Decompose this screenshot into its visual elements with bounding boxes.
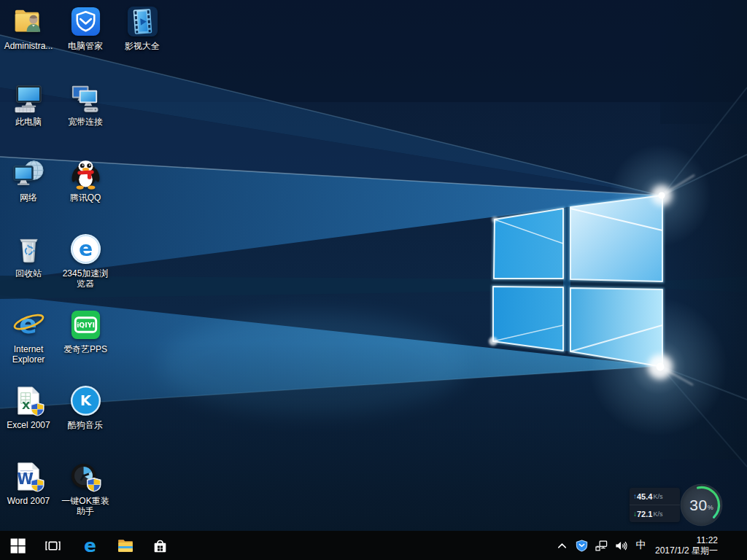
internet-explorer-icon [12,308,46,342]
recycle-bin-icon [12,232,46,266]
excel-icon [12,384,46,418]
desktop-icon-label: Excel 2007 [7,420,50,430]
shield-icon [575,539,589,553]
upload-speed-unit: K/s [653,493,662,500]
desktop-icon-broadband[interactable]: 宽带连接 [57,80,114,127]
desktop-icon-onekey-ok[interactable]: 一键OK重装 助手 [57,459,114,516]
store-button[interactable] [142,531,177,560]
user-folder-icon [12,4,46,39]
desktop: Administra... 此电脑 网络 回收站 Internet Explor… [0,0,747,560]
clock-time: 11:22 [697,535,718,545]
desktop-icon-label: 腾讯QQ [70,192,101,203]
download-speed-row: ↓ 72.1 K/s [630,505,680,522]
edge-browser-icon [81,537,99,555]
desktop-icon-kugou-music[interactable]: 酷狗音乐 [57,384,114,430]
network-icon [12,156,46,190]
desktop-icon-label: 酷狗音乐 [68,420,103,430]
edge-button[interactable] [72,531,107,560]
qq-penguin-icon [69,156,103,190]
desktop-icon-administrator-folder[interactable]: Administra... [0,4,57,51]
tray-volume-button[interactable] [611,531,631,560]
ethernet-icon [595,539,608,553]
desktop-icon-label: 影视大全 [125,41,160,51]
desktop-icon-label: 一键OK重装 助手 [61,496,109,516]
desktop-icon-movies[interactable]: 影视大全 [114,4,171,51]
download-speed-value: 72.1 [637,510,652,518]
desktop-icon-internet-explorer[interactable]: Internet Explorer [0,308,57,365]
this-pc-icon [12,80,46,114]
upload-speed-row: ↑ 45.4 K/s [630,488,680,505]
tray-ime-button[interactable]: 中 [631,531,651,560]
desktop-icon-label: 2345加速浏 览器 [63,268,109,289]
desktop-icon-pc-manager[interactable]: 电脑管家 [57,4,114,51]
task-view-button[interactable] [35,531,70,560]
progress-percent: 30 [689,497,707,514]
task-view-icon [44,537,62,555]
desktop-icon-label: Word 2007 [7,496,50,506]
word-icon [12,459,46,494]
desktop-icon-label: 电脑管家 [68,41,103,51]
desktop-icon-2345-browser[interactable]: 2345加速浏 览器 [57,232,114,289]
speaker-icon [614,539,628,553]
desktop-icon-label: Internet Explorer [12,344,45,365]
2345-browser-icon [69,232,103,266]
net-speed-widget[interactable]: ↑ 45.4 K/s ↓ 72.1 K/s [630,488,680,522]
windows-start-icon [9,537,27,555]
pc-manager-shield-icon [69,4,103,39]
file-explorer-folder-icon [116,537,134,555]
system-tray: 中 11:22 2017/1/2 星期一 [552,531,747,560]
start-button[interactable] [0,531,35,560]
desktop-icon-label: 回收站 [15,268,42,279]
desktop-icon-label: 此电脑 [15,117,42,127]
tray-expand-button[interactable] [552,531,572,560]
desktop-icon-recycle-bin[interactable]: 回收站 [0,232,57,279]
file-explorer-button[interactable] [107,531,142,560]
tray-clock[interactable]: 11:22 2017/1/2 星期一 [651,535,722,556]
upload-speed-value: 45.4 [637,492,652,501]
desktop-icon-this-pc[interactable]: 此电脑 [0,80,57,127]
desktop-icon-label: 爱奇艺PPS [63,344,107,354]
windows-store-bag-icon [151,537,169,555]
chevron-up-icon [555,539,569,553]
progress-ball-widget[interactable]: 30 % [680,483,723,526]
tray-network-button[interactable] [592,531,611,560]
download-speed-unit: K/s [653,510,662,518]
desktop-icon-network[interactable]: 网络 [0,156,57,203]
desktop-icon-iqiyi-pps[interactable]: 爱奇艺PPS [57,308,114,354]
onekey-ok-clock-icon [69,459,103,494]
desktop-icon-label: 网络 [20,192,37,203]
desktop-icon-label: Administra... [4,41,53,51]
tray-pc-manager-button[interactable] [572,531,592,560]
progress-ball-text: 30 % [680,483,723,526]
iqiyi-icon [69,308,103,342]
desktop-icon-label: 宽带连接 [68,117,103,127]
progress-percent-sign: % [708,504,713,511]
broadband-connection-icon [69,80,103,114]
desktop-icon-qq[interactable]: 腾讯QQ [57,156,114,203]
clock-date: 2017/1/2 星期一 [655,545,718,556]
desktop-icon-word-2007[interactable]: Word 2007 [0,459,57,506]
kugou-icon [69,384,103,418]
film-strip-icon [125,4,160,39]
taskbar: 中 11:22 2017/1/2 星期一 [0,531,747,560]
desktop-icon-excel-2007[interactable]: Excel 2007 [0,384,57,430]
